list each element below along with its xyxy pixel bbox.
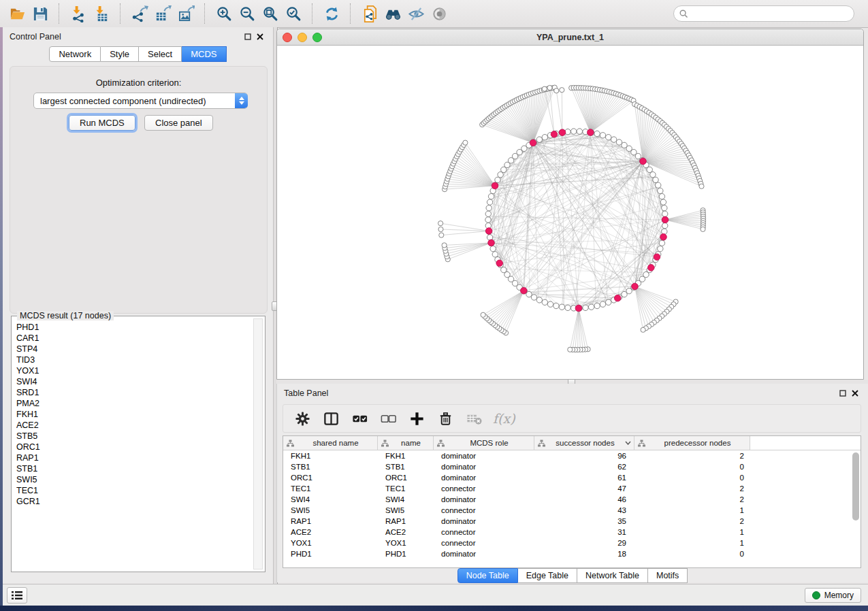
control-panel-tab[interactable]: Style <box>101 46 139 62</box>
cell-mcds-role: connector <box>434 528 534 536</box>
column-header[interactable]: name <box>378 436 434 450</box>
zoom-in-icon <box>216 5 233 22</box>
table-panel-tab[interactable]: Edge Table <box>518 568 577 583</box>
criterion-dropdown[interactable]: largest connected component (undirected) <box>33 93 248 109</box>
mcds-result-item[interactable]: FKH1 <box>16 409 247 420</box>
zoom-in-button[interactable] <box>212 3 236 24</box>
dropdown-stepper-icon <box>235 93 248 108</box>
close-panel-icon[interactable] <box>254 31 266 43</box>
export-network-button[interactable] <box>128 3 151 24</box>
table-scrollbar-thumb[interactable] <box>852 452 859 521</box>
search-input[interactable] <box>692 8 848 19</box>
mcds-result-item[interactable]: STB1 <box>16 463 247 474</box>
column-header[interactable]: shared name <box>283 436 378 450</box>
mcds-result-item[interactable]: RAP1 <box>16 452 247 463</box>
cell-shared-name: STB1 <box>283 463 378 471</box>
mcds-result-item[interactable]: TID3 <box>16 354 247 365</box>
mcds-result-item[interactable]: ACE2 <box>16 420 247 431</box>
mcds-result-item[interactable]: YOX1 <box>16 365 247 376</box>
minimize-window-icon[interactable] <box>298 33 307 42</box>
zoom-selected-button[interactable] <box>282 3 305 24</box>
table-panel-tab[interactable]: Network Table <box>577 568 648 583</box>
mcds-result-item[interactable]: SWI5 <box>16 474 247 485</box>
mcds-result-item[interactable]: PMA2 <box>16 398 247 409</box>
table-row[interactable]: PHD1 PHD1 dominator 18 0 <box>283 548 861 559</box>
import-table-button[interactable] <box>90 3 113 24</box>
network-graph[interactable] <box>278 46 863 379</box>
delete-table-icon <box>466 410 483 427</box>
control-panel-tab[interactable]: Select <box>139 46 182 62</box>
column-header[interactable]: MCDS role <box>434 436 534 450</box>
mcds-result-item[interactable]: STB5 <box>16 431 247 442</box>
table-row[interactable]: YOX1 YOX1 connector 29 1 <box>283 538 861 548</box>
close-panel-icon[interactable] <box>849 387 861 399</box>
node-table-body: FKH1 FKH1 dominator 96 2 STB1 STB1 domin… <box>283 450 861 559</box>
mcds-result-item[interactable]: ORC1 <box>16 442 247 452</box>
table-panel-tab[interactable]: Motifs <box>648 568 688 583</box>
cell-successor-nodes: 46 <box>534 495 634 503</box>
select-all-rows-button[interactable] <box>350 408 369 429</box>
column-header-label: predecessor nodes <box>645 439 750 447</box>
cell-successor-nodes: 43 <box>534 506 634 514</box>
toolbar-separator <box>120 3 121 24</box>
table-row[interactable]: TEC1 TEC1 connector 47 2 <box>283 483 861 494</box>
refresh-view-button[interactable] <box>320 3 343 24</box>
column-header[interactable]: predecessor nodes <box>634 436 750 450</box>
control-panel-tab[interactable]: MCDS <box>182 46 226 62</box>
table-row[interactable]: ORC1 ORC1 dominator 61 0 <box>283 472 861 483</box>
save-session-button[interactable] <box>29 3 52 24</box>
import-network-button[interactable] <box>67 3 90 24</box>
delete-column-button[interactable] <box>436 408 455 429</box>
network-window-titlebar[interactable]: YPA_prune.txt_1 <box>277 29 863 46</box>
network-canvas[interactable] <box>278 46 863 379</box>
table-row[interactable]: SWI4 SWI4 dominator 46 2 <box>283 494 861 505</box>
optimization-criterion-label: Optimization criterion: <box>10 78 267 88</box>
add-column-button[interactable] <box>407 408 426 429</box>
mcds-result-item[interactable]: SRD1 <box>16 387 247 398</box>
cell-name: ACE2 <box>378 528 434 536</box>
show-all-button[interactable] <box>428 3 451 24</box>
export-table-button[interactable] <box>151 3 174 24</box>
control-panel-tab[interactable]: Network <box>49 46 101 62</box>
maximize-window-icon[interactable] <box>312 33 322 42</box>
deselect-all-rows-button[interactable] <box>379 408 398 429</box>
close-panel-button[interactable]: Close panel <box>144 115 213 131</box>
zoom-selected-icon <box>285 5 302 22</box>
close-window-icon[interactable] <box>283 33 292 42</box>
mcds-result-item[interactable]: SWI4 <box>16 376 247 387</box>
hide-selected-button[interactable] <box>404 3 428 24</box>
mcds-result-item[interactable]: GCR1 <box>16 496 247 507</box>
column-header[interactable]: successor nodes <box>534 436 634 450</box>
cell-predecessor-nodes: 2 <box>634 495 750 503</box>
mcds-result-list[interactable]: PHD1CAR1STP4TID3YOX1SWI4SRD1PMA2FKH1ACE2… <box>16 322 247 567</box>
float-panel-icon[interactable] <box>242 31 254 43</box>
mcds-result-item[interactable]: PHD1 <box>16 322 247 333</box>
show-column-panel-button[interactable] <box>321 408 340 429</box>
task-history-button[interactable] <box>7 587 27 604</box>
mcds-result-item[interactable]: TEC1 <box>16 485 247 496</box>
table-panel-tab[interactable]: Node Table <box>457 568 518 583</box>
new-network-from-selection-button[interactable] <box>358 3 381 24</box>
export-network-icon <box>131 5 148 22</box>
zoom-out-button[interactable] <box>236 3 259 24</box>
search-icon <box>679 10 688 18</box>
column-scope-icon <box>638 440 645 447</box>
table-row[interactable]: SWI5 SWI5 connector 43 1 <box>283 505 861 516</box>
open-session-button[interactable] <box>5 3 29 24</box>
mcds-result-item[interactable]: STP4 <box>16 344 247 354</box>
table-row[interactable]: ACE2 ACE2 connector 31 1 <box>283 527 861 538</box>
run-mcds-button[interactable]: Run MCDS <box>69 115 135 131</box>
memory-button[interactable]: Memory <box>805 588 861 603</box>
zoom-fit-button[interactable] <box>259 3 282 24</box>
cell-mcds-role: dominator <box>434 495 534 503</box>
table-row[interactable]: RAP1 RAP1 dominator 35 2 <box>283 516 861 527</box>
find-network-button[interactable] <box>381 3 404 24</box>
export-image-button[interactable] <box>174 3 197 24</box>
mcds-list-scrollbar[interactable] <box>253 318 263 569</box>
table-options-button[interactable] <box>293 408 312 429</box>
float-panel-icon[interactable] <box>837 387 849 399</box>
table-row[interactable]: FKH1 FKH1 dominator 96 2 <box>283 450 861 461</box>
search-box[interactable] <box>673 5 854 22</box>
mcds-result-item[interactable]: CAR1 <box>16 333 247 344</box>
table-row[interactable]: STB1 STB1 dominator 62 0 <box>283 461 861 472</box>
